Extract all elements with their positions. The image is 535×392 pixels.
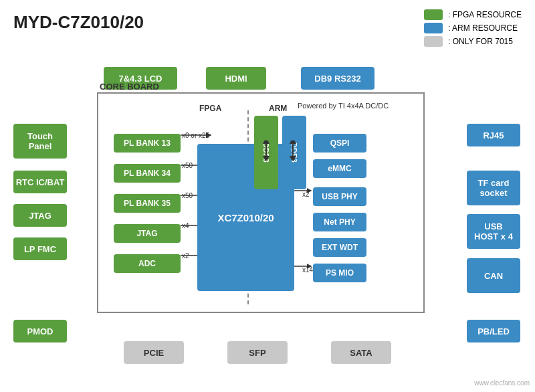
net-phy-block: Net PHY [313, 213, 366, 231]
pb-led-block: PB/LED [467, 320, 520, 342]
usb-phy-block: USB PHY [313, 187, 366, 206]
arrow-bank13-svg [181, 130, 217, 140]
core-board-label: CORE BOARD [100, 82, 159, 92]
legend-only-box [424, 36, 443, 47]
fpga-label: FPGA [199, 104, 221, 113]
jtag-inner-block: JTAG [114, 224, 181, 243]
qspi-block: QSPI [313, 134, 366, 153]
legend-arm-box [424, 23, 443, 33]
legend-only-label: : ONLY FOR 7015 [448, 37, 513, 46]
pl-bank35-block: PL BANK 35 [114, 194, 181, 213]
can-block: CAN [467, 258, 520, 293]
sfp-block: SFP [227, 341, 288, 364]
sata-block: SATA [331, 341, 391, 364]
pl-bank34-block: PL BANK 34 [114, 164, 181, 183]
legend-fpga: : FPGA RESOURCE [424, 9, 522, 20]
watermark: www.elecfans.com [474, 379, 530, 387]
legend: : FPGA RESOURCE : ARM RESOURCE : ONLY FO… [424, 9, 522, 47]
emmc-block: eMMC [313, 159, 366, 178]
arm-label: ARM [269, 104, 287, 113]
xc7z-block: XC7Z010/20 [197, 144, 294, 291]
touch-panel-block: TouchPanel [13, 124, 67, 159]
legend-fpga-label: : FPGA RESOURCE [448, 10, 522, 19]
adc-block: ADC [114, 254, 181, 273]
jtag-left-block: JTAG [13, 204, 67, 227]
ddr3-arrows-svg [253, 140, 280, 161]
rtc-block: RTC IC/BAT [13, 171, 67, 193]
usb-host-block: USBHOST x 4 [467, 214, 520, 249]
legend-arm-label: : ARM RESOURCE [448, 23, 518, 33]
ddr3-right-arrows-svg [280, 140, 306, 161]
tf-card-block: TF cardsocket [467, 171, 520, 205]
arrow-right2-svg [294, 262, 314, 272]
hdmi-block: HDMI [206, 67, 266, 90]
powered-label: Powered by TI 4x4A DC/DC [298, 102, 389, 110]
arrow-right1-svg [294, 186, 314, 196]
legend-fpga-box [424, 9, 443, 20]
pl-bank13-block: PL BANK 13 [114, 134, 181, 153]
legend-only: : ONLY FOR 7015 [424, 36, 522, 47]
pcie-block: PCIE [124, 341, 184, 364]
ext-wdt-block: EXT WDT [313, 238, 366, 257]
legend-arm: : ARM RESOURCE [424, 23, 522, 33]
ps-mio-block: PS MIO [313, 264, 366, 282]
lp-fmc-block: LP FMC [13, 237, 67, 260]
pmod-block: PMOD [13, 320, 67, 342]
db9-block: DB9 RS232 [301, 67, 374, 90]
rj45-block: RJ45 [467, 124, 520, 146]
page-title: MYD-C7Z010/20 [13, 12, 144, 33]
